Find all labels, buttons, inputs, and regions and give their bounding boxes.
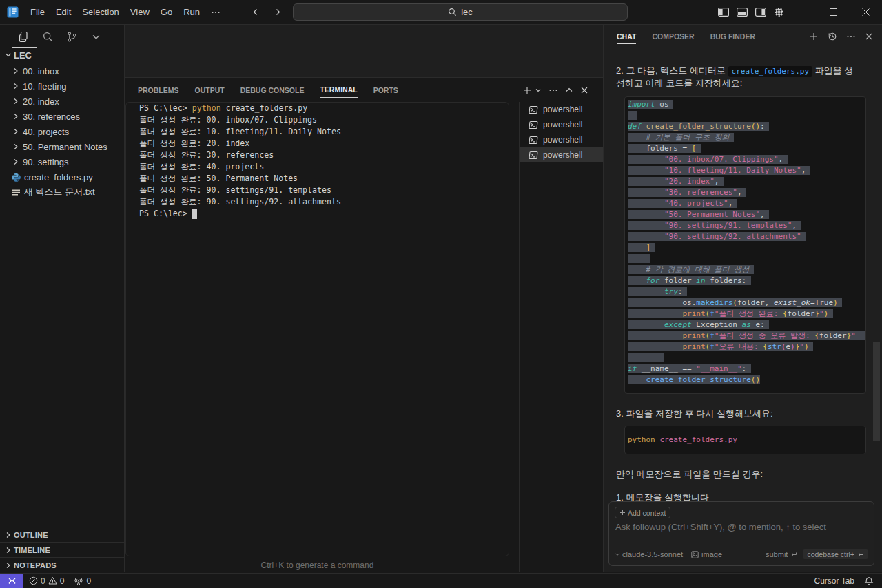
- maximize-panel-chevron-up-icon[interactable]: [565, 86, 573, 94]
- tree-folder-90-settings[interactable]: 90. settings: [0, 154, 124, 169]
- views-chevron-down-icon[interactable]: [84, 30, 108, 42]
- panel-more-actions-icon[interactable]: [548, 85, 558, 95]
- chat-code-block-command[interactable]: python create_folders.py: [624, 426, 866, 454]
- submit-button[interactable]: submit: [766, 550, 797, 558]
- toggle-primary-sidebar-icon[interactable]: [718, 7, 729, 17]
- tab-output[interactable]: OUTPUT: [195, 83, 225, 98]
- section-timeline[interactable]: TIMELINE: [0, 542, 124, 557]
- new-chat-plus-icon[interactable]: [809, 32, 819, 41]
- new-terminal-icon[interactable]: [522, 85, 532, 95]
- toggle-secondary-sidebar-icon[interactable]: [755, 7, 766, 17]
- code-line: "30. references",: [628, 187, 865, 198]
- powershell-terminal-icon: [529, 120, 538, 129]
- tree-folder-00-inbox[interactable]: 00. inbox: [0, 63, 124, 78]
- terminal-output[interactable]: PS C:\lec> python create_folders.py폴더 생성…: [139, 103, 341, 220]
- image-icon: [691, 551, 699, 558]
- chevron-right-icon: [3, 547, 14, 554]
- terminal-tab-1[interactable]: powershell: [520, 102, 603, 117]
- cursor-logo-icon: [7, 6, 19, 18]
- chevron-right-icon: [3, 562, 14, 569]
- window-minimize-button[interactable]: [785, 0, 817, 24]
- code-line: 폴더 생성 완료: 40. projects: [139, 161, 341, 173]
- nav-back-icon[interactable]: [252, 7, 263, 17]
- code-line: 폴더 생성 완료: 50. Permanent Notes: [139, 173, 341, 185]
- plus-icon: [619, 510, 626, 516]
- tab-composer[interactable]: COMPOSER: [652, 30, 694, 44]
- ai-chat-panel: CHAT COMPOSER BUG FINDER 2. 그 다음, 텍스트 에디…: [603, 25, 882, 572]
- terminal-tab-2[interactable]: powershell: [520, 117, 603, 132]
- chat-more-icon[interactable]: [846, 32, 856, 41]
- nav-forward-icon[interactable]: [271, 7, 281, 17]
- attach-image-button[interactable]: image: [691, 550, 722, 558]
- tree-file-new-text-document[interactable]: 새 텍스트 문서.txt: [0, 185, 124, 200]
- code-line: "90. settings/92. attachments": [628, 231, 865, 242]
- tab-problems[interactable]: PROBLEMS: [138, 83, 179, 98]
- window-maximize-button[interactable]: [817, 0, 850, 24]
- chat-scrollbar-thumb[interactable]: [873, 342, 880, 441]
- ports-status[interactable]: 0: [74, 576, 91, 586]
- chevron-right-icon: [12, 98, 20, 105]
- chat-close-icon[interactable]: [865, 32, 873, 41]
- problems-status[interactable]: 0 0: [29, 576, 64, 586]
- chat-code-block-python[interactable]: import os def create_folder_structure():…: [624, 96, 866, 394]
- tab-terminal[interactable]: TERMINAL: [320, 83, 357, 98]
- code-line: print(f"폴더 생성 완료: {folder}"): [628, 308, 865, 319]
- code-line: for folder in folders:: [628, 275, 865, 286]
- chat-history-icon[interactable]: [828, 32, 837, 41]
- tree-folder-20-index[interactable]: 20. index: [0, 94, 124, 109]
- bell-icon[interactable]: [864, 576, 874, 586]
- code-line: os.makedirs(folder, exist_ok=True): [628, 297, 865, 308]
- remote-icon: [8, 576, 17, 585]
- window-close-button[interactable]: [850, 0, 882, 24]
- tab-bug-finder[interactable]: BUG FINDER: [710, 30, 755, 44]
- tree-root-lec[interactable]: LEC: [0, 48, 124, 63]
- terminal-dropdown-chevron-icon[interactable]: [535, 87, 542, 94]
- add-context-button[interactable]: Add context: [615, 507, 670, 518]
- menu-go[interactable]: Go: [155, 5, 178, 19]
- command-center-search[interactable]: lec: [293, 3, 628, 21]
- tree-folder-10-fleeting[interactable]: 10. fleeting: [0, 78, 124, 94]
- tree-folder-40-projects[interactable]: 40. projects: [0, 124, 124, 139]
- chat-input-box[interactable]: Add context Ask followup (Ctrl+Shift+Y),…: [608, 501, 874, 566]
- source-control-icon[interactable]: [60, 30, 84, 43]
- tree-folder-30-references[interactable]: 30. references: [0, 109, 124, 124]
- enter-key-icon: [790, 552, 797, 558]
- chat-actions: [809, 25, 873, 48]
- code-line: # 각 경로에 대해 폴더 생성: [628, 264, 865, 275]
- menu-bar: File Edit Selection View Go Run: [25, 0, 226, 24]
- cursor-tab-status[interactable]: Cursor Tab: [814, 576, 854, 586]
- chevron-down-icon: [3, 51, 14, 59]
- explorer-files-icon[interactable]: [12, 30, 36, 43]
- menu-more-icon[interactable]: [205, 6, 226, 19]
- code-line: "10. fleeting/11. Daily Notes",: [628, 165, 865, 176]
- text-file-icon: [10, 188, 21, 197]
- terminal-tab-3[interactable]: powershell: [520, 132, 603, 147]
- menu-view[interactable]: View: [125, 5, 155, 19]
- model-selector[interactable]: claude-3.5-sonnet: [615, 550, 683, 558]
- codebase-button[interactable]: codebase ctrl+: [803, 549, 868, 559]
- menu-run[interactable]: Run: [178, 5, 205, 19]
- search-sidebar-icon[interactable]: [36, 30, 60, 43]
- close-panel-icon[interactable]: [580, 86, 588, 94]
- menu-edit[interactable]: Edit: [50, 5, 76, 19]
- section-notepads[interactable]: NOTEPADS: [0, 557, 124, 572]
- tree-folder-50-permanent-notes[interactable]: 50. Permanent Notes: [0, 139, 124, 154]
- chevron-right-icon: [12, 128, 20, 135]
- tab-chat[interactable]: CHAT: [617, 30, 636, 44]
- tab-ports[interactable]: PORTS: [373, 83, 398, 98]
- section-outline[interactable]: OUTLINE: [0, 527, 124, 542]
- menu-file[interactable]: File: [25, 5, 50, 19]
- toggle-panel-icon[interactable]: [737, 7, 748, 17]
- tree-file-create-folders-py[interactable]: create_folders.py: [0, 169, 124, 185]
- powershell-terminal-icon: [529, 151, 538, 160]
- tab-debug-console[interactable]: DEBUG CONSOLE: [240, 83, 305, 98]
- code-line: 폴더 생성 완료: 10. fleeting/11. Daily Notes: [139, 126, 341, 138]
- editor-area: [125, 25, 603, 78]
- terminal-tab-4-selected[interactable]: powershell: [520, 147, 603, 162]
- status-bar: 0 0 0 Cursor Tab: [0, 573, 882, 588]
- code-line: folders = [: [628, 143, 865, 154]
- menu-selection[interactable]: Selection: [76, 5, 124, 19]
- remote-indicator[interactable]: [0, 574, 23, 588]
- terminal-ai-hint: Ctrl+K to generate a command: [125, 558, 509, 572]
- settings-gear-icon[interactable]: [774, 7, 784, 17]
